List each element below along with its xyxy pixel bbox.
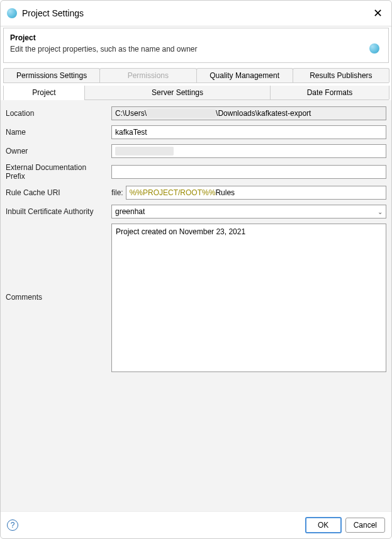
rule-cache-input[interactable]: %%PROJECT/ROOT%%Rules xyxy=(126,186,386,200)
tab-project[interactable]: Project xyxy=(3,86,85,99)
name-input[interactable] xyxy=(111,125,386,139)
ext-doc-label: External Documentation Prefix xyxy=(6,163,111,181)
location-obscured: ████████████ xyxy=(147,109,216,118)
tab-row-lower: Project Server Settings Date Formats xyxy=(3,86,389,100)
rule-cache-prefix: file: xyxy=(111,188,123,197)
comments-label: Comments xyxy=(6,224,111,302)
tab-results-publishers[interactable]: Results Publishers xyxy=(293,68,389,82)
titlebar: Project Settings ✕ xyxy=(1,1,391,26)
tab-date-formats[interactable]: Date Formats xyxy=(270,86,389,99)
form-area: Location C:\Users\████████████\Downloads… xyxy=(1,100,391,511)
tab-permissions: Permissions xyxy=(99,68,196,82)
name-label: Name xyxy=(6,128,111,137)
chevron-down-icon: ⌄ xyxy=(378,208,383,215)
cancel-button[interactable]: Cancel xyxy=(345,518,385,533)
footer: ? OK Cancel xyxy=(1,511,391,538)
project-settings-dialog: Project Settings ✕ Project Edit the proj… xyxy=(0,0,392,539)
location-field: C:\Users\████████████\Downloads\kafkates… xyxy=(111,106,386,120)
cert-select[interactable]: greenhat ⌄ xyxy=(111,205,386,218)
app-icon xyxy=(7,8,17,18)
tab-server-settings[interactable]: Server Settings xyxy=(84,86,271,99)
tab-quality-management[interactable]: Quality Management xyxy=(196,68,293,82)
comments-textarea[interactable] xyxy=(111,224,386,372)
rule-cache-label: Rule Cache URI xyxy=(6,188,111,197)
help-button[interactable]: ? xyxy=(7,519,18,531)
header-panel: Project Edit the project properties, suc… xyxy=(3,28,389,63)
ext-doc-input[interactable] xyxy=(111,165,386,179)
close-button[interactable]: ✕ xyxy=(370,6,385,21)
dialog-title: Project Settings xyxy=(22,8,370,18)
ok-button[interactable]: OK xyxy=(305,517,342,533)
header-title: Project xyxy=(10,33,382,42)
cert-label: Inbuilt Certificate Authority xyxy=(6,207,111,216)
owner-label: Owner xyxy=(6,147,111,156)
owner-input[interactable]: ██████████ xyxy=(111,144,386,158)
header-description: Edit the project properties, such as the… xyxy=(10,45,382,54)
tab-permissions-settings[interactable]: Permissions Settings xyxy=(3,68,100,82)
globe-icon xyxy=(369,43,379,55)
tab-row-upper: Permissions Settings Permissions Quality… xyxy=(3,68,389,83)
owner-obscured: ██████████ xyxy=(115,147,174,156)
location-label: Location xyxy=(6,109,111,118)
